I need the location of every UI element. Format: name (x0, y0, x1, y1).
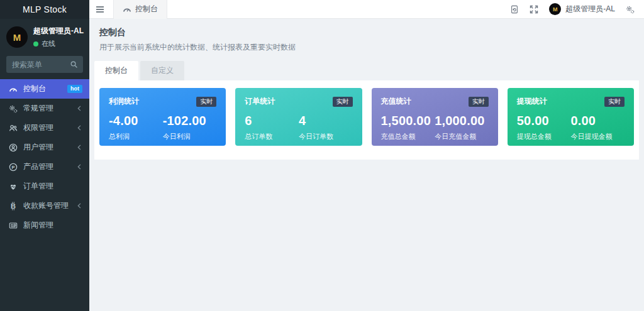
card-header: 利润统计 实时 (109, 96, 216, 107)
user-name: 超级管理员-AL (33, 26, 84, 36)
online-dot (33, 41, 38, 46)
stat-label: 提现总金额 (517, 132, 571, 141)
card-profit-stats: 利润统计 实时 -4.00 总利润 -102.00 今日利润 (99, 88, 226, 146)
tab-dashboard[interactable]: 控制台 (94, 61, 138, 80)
chevron-left-icon (77, 105, 82, 112)
cogs-icon (9, 104, 18, 113)
sidebar-item-label: 收款账号管理 (23, 200, 71, 211)
sidebar-item-label: 订单管理 (23, 181, 82, 192)
svg-text:P: P (11, 164, 14, 170)
sidebar-item-permissions[interactable]: 权限管理 (0, 118, 89, 138)
avatar: M (6, 26, 28, 48)
topbar-user-menu[interactable]: M 超级管理员-AL (549, 3, 615, 15)
stat-value: 4 (299, 114, 353, 128)
chevron-left-icon (77, 124, 82, 131)
sidebar-item-news[interactable]: 新闻管理 (0, 216, 89, 235)
hamburger-menu-icon[interactable] (89, 6, 111, 13)
stat-value: -102.00 (163, 114, 217, 128)
stat-item: 4 今日订单数 (299, 114, 353, 141)
stat-item: 6 总订单数 (245, 114, 299, 141)
user-info: 超级管理员-AL 在线 (33, 26, 84, 48)
refresh-icon[interactable] (510, 5, 519, 14)
user-status-label: 在线 (42, 39, 55, 48)
sidebar-item-products[interactable]: P 产品管理 (0, 157, 89, 177)
main-area: 控制台 M 超级管理员-AL (89, 0, 644, 311)
sidebar-item-label: 新闻管理 (23, 220, 82, 231)
sidebar-item-label: 控制台 (23, 84, 62, 94)
topbar-tab-label: 控制台 (135, 4, 158, 14)
stat-label: 今日提现金额 (570, 132, 625, 141)
sidebar-menu: 控制台 hot 常规管理 权限管理 (0, 79, 89, 235)
stat-value: -4.00 (109, 114, 163, 128)
svg-text:B: B (11, 202, 16, 209)
sidebar-item-payment-accounts[interactable]: B 收款账号管理 (0, 196, 89, 216)
stat-value: 6 (245, 114, 299, 128)
bitcoin-icon: B (9, 202, 18, 210)
sidebar-item-label: 常规管理 (23, 103, 71, 114)
topbar: 控制台 M 超级管理员-AL (89, 0, 644, 19)
page-head: 控制台 用于展示当前系统中的统计数据、统计报表及重要实时数据 (89, 19, 644, 53)
card-stats: 6 总订单数 4 今日订单数 (245, 114, 352, 141)
newspaper-icon (9, 221, 18, 230)
product-icon: P (9, 163, 18, 172)
avatar-letter: M (553, 6, 558, 13)
stat-item: 1,500.00 充值总金额 (381, 114, 435, 141)
settings-icon[interactable] (626, 5, 635, 14)
brand-title: MLP Stock (0, 0, 89, 19)
stat-label: 今日订单数 (299, 132, 353, 141)
sidebar: MLP Stock M 超级管理员-AL 在线 (0, 0, 89, 311)
stat-item: 0.00 今日提现金额 (570, 114, 625, 141)
avatar-letter: M (13, 32, 21, 43)
sidebar-user-panel: M 超级管理员-AL 在线 (0, 19, 89, 54)
card-withdraw-stats: 提现统计 实时 50.00 提现总金额 0.00 今日提现金额 (508, 88, 634, 146)
stat-value: 0.00 (570, 114, 625, 128)
content-tabs: 控制台 自定义 (89, 61, 644, 80)
user-status: 在线 (33, 39, 84, 48)
stat-label: 今日充值金额 (435, 132, 489, 141)
avatar: M (549, 3, 561, 15)
heartbeat-icon (9, 182, 18, 191)
stat-label: 充值总金额 (381, 132, 435, 141)
fullscreen-icon[interactable] (530, 5, 538, 14)
sidebar-item-users[interactable]: 用户管理 (0, 138, 89, 157)
card-title: 提现统计 (517, 96, 547, 107)
card-stats: 1,500.00 充值总金额 1,000.00 今日充值金额 (381, 114, 489, 141)
tab-custom[interactable]: 自定义 (140, 61, 184, 80)
topbar-tab-dashboard[interactable]: 控制台 (113, 0, 167, 19)
stat-value: 1,500.00 (381, 114, 435, 128)
sidebar-item-dashboard[interactable]: 控制台 hot (0, 79, 89, 99)
card-title: 充值统计 (381, 96, 411, 107)
tachometer-icon (9, 85, 18, 94)
card-title: 订单统计 (245, 96, 275, 107)
stat-label: 今日利润 (163, 132, 217, 141)
card-header: 提现统计 实时 (517, 96, 625, 107)
sidebar-item-general[interactable]: 常规管理 (0, 99, 89, 118)
page-subtitle: 用于展示当前系统中的统计数据、统计报表及重要实时数据 (99, 42, 634, 53)
stat-label: 总订单数 (245, 132, 299, 141)
card-header: 订单统计 实时 (245, 96, 352, 107)
hot-badge: hot (67, 85, 82, 93)
app-window: MLP Stock M 超级管理员-AL 在线 (0, 0, 644, 311)
stat-value: 1,000.00 (435, 114, 489, 128)
sidebar-item-label: 产品管理 (23, 161, 71, 172)
users-icon (9, 124, 18, 133)
realtime-badge: 实时 (604, 97, 625, 107)
card-stats: 50.00 提现总金额 0.00 今日提现金额 (517, 114, 625, 141)
stat-item: -4.00 总利润 (109, 114, 163, 141)
topbar-user-name: 超级管理员-AL (565, 4, 615, 14)
sidebar-item-orders[interactable]: 订单管理 (0, 177, 89, 196)
stat-item: -102.00 今日利润 (163, 114, 217, 141)
card-stats: -4.00 总利润 -102.00 今日利润 (109, 114, 216, 141)
realtime-badge: 实时 (196, 97, 216, 107)
topbar-right: M 超级管理员-AL (510, 3, 644, 15)
content-area: 控制台 用于展示当前系统中的统计数据、统计报表及重要实时数据 控制台 自定义 利… (89, 19, 644, 311)
sidebar-item-label: 用户管理 (23, 142, 71, 153)
tachometer-icon (123, 5, 131, 14)
stat-label: 总利润 (109, 132, 163, 141)
sidebar-search (6, 56, 83, 73)
stat-item: 1,000.00 今日充值金额 (435, 114, 489, 141)
search-icon[interactable] (70, 60, 78, 68)
user-icon (9, 143, 18, 152)
stat-item: 50.00 提现总金额 (517, 114, 571, 141)
realtime-badge: 实时 (333, 97, 353, 107)
